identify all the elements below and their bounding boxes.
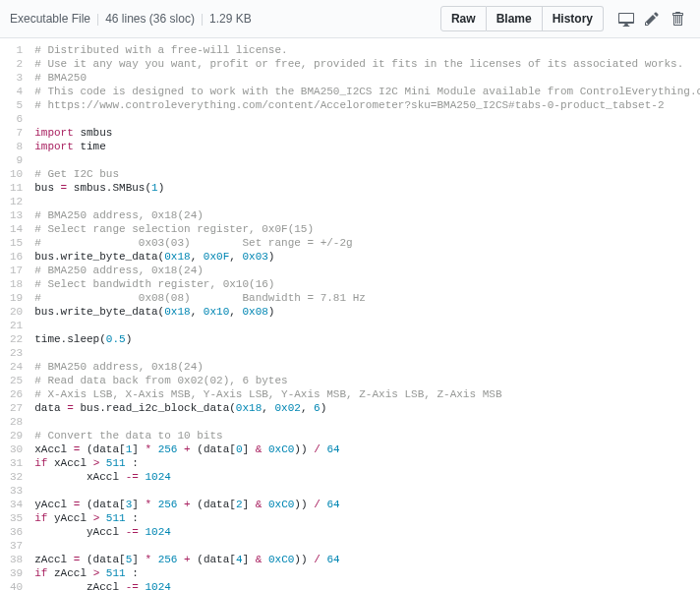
code-line: zAccl = (data[5] * 256 + (data[4] & 0xC0… — [34, 554, 696, 567]
line-number[interactable]: 30 — [10, 443, 23, 457]
line-number[interactable]: 8 — [10, 141, 23, 154]
line-number[interactable]: 34 — [10, 499, 23, 512]
line-number[interactable]: 16 — [10, 251, 23, 265]
line-number[interactable]: 5 — [10, 99, 23, 113]
code-area: 1234567891011121314151617181920212223242… — [0, 38, 700, 590]
code-line: # Read data back from 0x02(02), 6 bytes — [34, 375, 696, 388]
code-line: # X-Axis LSB, X-Axis MSB, Y-Axis LSB, Y-… — [34, 388, 696, 402]
line-number[interactable]: 14 — [10, 223, 23, 237]
code-line: if zAccl > 511 : — [34, 567, 696, 581]
line-number[interactable]: 3 — [10, 72, 23, 86]
code-line: # 0x08(08) Bandwidth = 7.81 Hz — [34, 292, 696, 306]
code-line — [34, 196, 696, 209]
file-info: Executable File | 46 lines (36 sloc) | 1… — [10, 12, 252, 26]
divider: | — [96, 12, 99, 26]
code-line: if yAccl > 511 : — [34, 512, 696, 526]
file-header: Executable File | 46 lines (36 sloc) | 1… — [0, 0, 700, 38]
code-line: if xAccl > 511 : — [34, 457, 696, 471]
line-number[interactable]: 17 — [10, 265, 23, 278]
code-line: xAccl -= 1024 — [34, 471, 696, 485]
line-number[interactable]: 12 — [10, 196, 23, 209]
code-line: data = bus.read_i2c_block_data(0x18, 0x0… — [34, 402, 696, 416]
pencil-icon[interactable] — [639, 6, 665, 31]
blame-button[interactable]: Blame — [487, 6, 543, 31]
view-mode-group: Raw Blame History — [440, 6, 604, 31]
line-number[interactable]: 18 — [10, 278, 23, 292]
code-line: # Get I2C bus — [34, 168, 696, 182]
line-number[interactable]: 33 — [10, 485, 23, 499]
line-number[interactable]: 1 — [10, 44, 23, 58]
line-number[interactable]: 2 — [10, 58, 23, 72]
code-line — [34, 416, 696, 430]
code-line: bus.write_byte_data(0x18, 0x10, 0x08) — [34, 306, 696, 320]
trash-icon[interactable] — [665, 6, 690, 31]
code-line — [34, 485, 696, 499]
code-line: # Convert the data to 10 bits — [34, 430, 696, 443]
line-number[interactable]: 36 — [10, 526, 23, 540]
history-button[interactable]: History — [543, 6, 604, 31]
line-number[interactable]: 28 — [10, 416, 23, 430]
code-line — [34, 540, 696, 554]
code-line: xAccl = (data[1] * 256 + (data[0] & 0xC0… — [34, 443, 696, 457]
code-line: yAccl = (data[3] * 256 + (data[2] & 0xC0… — [34, 499, 696, 512]
code-line: # Select bandwidth register, 0x10(16) — [34, 278, 696, 292]
line-number[interactable]: 6 — [10, 113, 23, 127]
line-number[interactable]: 13 — [10, 209, 23, 223]
code-line: import time — [34, 141, 696, 154]
code-line: # 0x03(03) Set range = +/-2g — [34, 237, 696, 251]
line-number[interactable]: 23 — [10, 347, 23, 361]
line-number[interactable]: 22 — [10, 333, 23, 347]
file-size: 1.29 KB — [209, 12, 252, 26]
code-line: # This code is designed to work with the… — [34, 86, 696, 99]
code-line — [34, 347, 696, 361]
code-line: zAccl -= 1024 — [34, 581, 696, 590]
line-number[interactable]: 39 — [10, 567, 23, 581]
code-line: # Distributed with a free-will license. — [34, 44, 696, 58]
code-line: yAccl -= 1024 — [34, 526, 696, 540]
line-number[interactable]: 11 — [10, 182, 23, 196]
line-number[interactable]: 35 — [10, 512, 23, 526]
line-number[interactable]: 37 — [10, 540, 23, 554]
code-line: import smbus — [34, 127, 696, 141]
code-line — [34, 154, 696, 168]
code-line — [34, 113, 696, 127]
line-number[interactable]: 15 — [10, 237, 23, 251]
line-number[interactable]: 32 — [10, 471, 23, 485]
line-number[interactable]: 19 — [10, 292, 23, 306]
code-line: # BMA250 address, 0x18(24) — [34, 361, 696, 375]
line-number[interactable]: 38 — [10, 554, 23, 567]
line-number[interactable]: 24 — [10, 361, 23, 375]
line-number-gutter: 1234567891011121314151617181920212223242… — [0, 38, 30, 590]
file-actions: Raw Blame History — [440, 6, 690, 31]
code-line: bus = smbus.SMBus(1) — [34, 182, 696, 196]
line-number[interactable]: 10 — [10, 168, 23, 182]
code-content[interactable]: # Distributed with a free-will license.#… — [30, 38, 700, 590]
code-line: bus.write_byte_data(0x18, 0x0F, 0x03) — [34, 251, 696, 265]
line-number[interactable]: 25 — [10, 375, 23, 388]
code-line: # BMA250 — [34, 72, 696, 86]
lines-info: 46 lines (36 sloc) — [105, 12, 195, 26]
line-number[interactable]: 21 — [10, 320, 23, 333]
code-line — [34, 320, 696, 333]
code-line: # Use it any way you want, profit or fre… — [34, 58, 696, 72]
line-number[interactable]: 20 — [10, 306, 23, 320]
line-number[interactable]: 27 — [10, 402, 23, 416]
raw-button[interactable]: Raw — [440, 6, 487, 31]
line-number[interactable]: 9 — [10, 154, 23, 168]
line-number[interactable]: 40 — [10, 581, 23, 590]
line-number[interactable]: 31 — [10, 457, 23, 471]
code-line: # BMA250 address, 0x18(24) — [34, 265, 696, 278]
line-number[interactable]: 4 — [10, 86, 23, 99]
desktop-icon[interactable] — [613, 6, 639, 31]
executable-label: Executable File — [10, 12, 90, 26]
divider: | — [201, 12, 204, 26]
code-line: # https://www.controleverything.com/cont… — [34, 99, 696, 113]
line-number[interactable]: 26 — [10, 388, 23, 402]
code-line: # BMA250 address, 0x18(24) — [34, 209, 696, 223]
line-number[interactable]: 7 — [10, 127, 23, 141]
code-line: time.sleep(0.5) — [34, 333, 696, 347]
code-line: # Select range selection register, 0x0F(… — [34, 223, 696, 237]
line-number[interactable]: 29 — [10, 430, 23, 443]
